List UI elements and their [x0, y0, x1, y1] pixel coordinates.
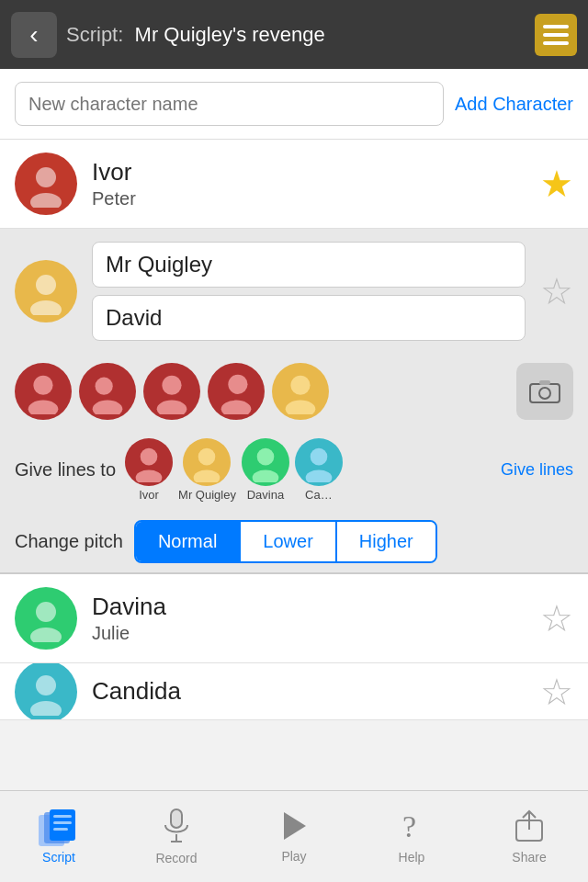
svg-rect-16 — [539, 380, 550, 385]
camera-button[interactable] — [516, 363, 573, 420]
avatar-ivor[interactable] — [15, 153, 77, 215]
tab-share[interactable]: Share — [470, 791, 588, 882]
svg-point-20 — [194, 469, 220, 482]
play-svg — [280, 810, 308, 842]
expanded-inputs — [92, 242, 526, 341]
tab-record[interactable]: Record — [118, 791, 235, 882]
help-svg: ? — [398, 809, 425, 842]
give-lines-avatars: Ivor Mr Quigley — [125, 438, 343, 502]
avatar-silhouette — [22, 160, 70, 208]
svg-point-6 — [96, 378, 113, 395]
tab-script[interactable]: Script — [0, 791, 118, 882]
char-name-input-mrquigley[interactable] — [92, 242, 526, 288]
character-row-mrquigley: ☆ — [0, 229, 588, 574]
tab-record-label: Record — [155, 851, 197, 865]
gl-label-ivor: Ivor — [139, 488, 159, 502]
avatar-candida[interactable] — [15, 663, 77, 720]
svg-point-5 — [28, 401, 59, 414]
add-character-button[interactable]: Add Character — [455, 94, 573, 115]
play-icon — [280, 810, 308, 845]
avatar-picker — [0, 354, 588, 429]
svg-point-10 — [228, 375, 247, 394]
microphone-svg — [163, 808, 190, 843]
avatar-option-3[interactable] — [143, 363, 200, 420]
gl-silhouette-candida — [299, 442, 339, 482]
avatar-option-5[interactable] — [272, 363, 329, 420]
back-button[interactable]: ‹ — [11, 12, 57, 58]
give-lines-avatar-mrquigley[interactable]: Mr Quigley — [178, 438, 236, 502]
gl-silhouette-davina — [245, 442, 286, 482]
char-info-davina: Davina Julie — [92, 593, 526, 644]
avatar-silhouette-mq — [22, 267, 70, 315]
tab-play[interactable]: Play — [235, 791, 353, 882]
give-lines-row: Give lines to Ivor — [0, 429, 588, 511]
avatar-option-4[interactable] — [208, 363, 265, 420]
gl-label-mrquigley: Mr Quigley — [178, 488, 236, 502]
tab-help[interactable]: ? Help — [353, 791, 470, 882]
gl-circle-ivor — [125, 438, 173, 486]
svg-point-11 — [221, 401, 252, 414]
svg-point-17 — [141, 448, 158, 466]
menu-line-1 — [543, 25, 569, 28]
pitch-normal-button[interactable]: Normal — [136, 522, 241, 561]
character-row-davina: Davina Julie ☆ — [0, 574, 588, 663]
star-ivor[interactable]: ★ — [540, 163, 573, 205]
char-name-davina: Davina — [92, 593, 526, 621]
share-svg — [514, 809, 544, 842]
char-info-candida: Candida — [92, 677, 526, 706]
mic-icon — [163, 808, 190, 847]
char-name-ivor: Ivor — [92, 158, 526, 187]
gl-circle-davina — [242, 438, 289, 486]
tab-bar: Script Record Play ? Help — [0, 790, 588, 882]
avatar-davina[interactable] — [15, 587, 77, 650]
menu-line-3 — [543, 41, 569, 45]
avatar-option-silhouette-4 — [213, 368, 259, 414]
svg-point-25 — [36, 602, 56, 622]
gl-circle-mrquigley — [183, 438, 231, 486]
script-icon — [39, 809, 79, 846]
script-prefix: Script: — [66, 23, 123, 46]
avatar-silhouette-davina — [22, 594, 70, 642]
avatar-option-silhouette-3 — [149, 368, 195, 414]
give-lines-button[interactable]: Give lines — [501, 460, 573, 480]
tab-script-label: Script — [42, 850, 75, 865]
svg-point-2 — [36, 275, 56, 295]
avatar-option-1[interactable] — [15, 363, 72, 420]
character-row-candida: Candida ☆ — [0, 663, 588, 720]
svg-point-28 — [30, 701, 62, 716]
avatar-option-2[interactable] — [79, 363, 136, 420]
share-icon — [514, 809, 544, 846]
tab-play-label: Play — [281, 849, 306, 864]
svg-marker-32 — [284, 812, 306, 840]
svg-rect-29 — [171, 809, 182, 828]
svg-point-0 — [36, 167, 56, 187]
svg-point-18 — [136, 469, 163, 482]
pitch-lower-button[interactable]: Lower — [241, 522, 336, 561]
give-lines-avatar-davina[interactable]: Davina — [242, 438, 289, 502]
menu-button[interactable] — [535, 14, 577, 56]
char-actor-input-mrquigley[interactable] — [92, 295, 526, 341]
tab-help-label: Help — [399, 850, 425, 865]
script-line-3 — [53, 828, 68, 831]
menu-line-2 — [543, 33, 569, 37]
avatar-option-silhouette-2 — [85, 368, 130, 414]
gl-silhouette-ivor — [129, 442, 169, 482]
search-input[interactable] — [15, 82, 444, 126]
pitch-higher-button[interactable]: Higher — [337, 522, 435, 561]
star-davina[interactable]: ☆ — [540, 597, 573, 639]
search-bar: Add Character — [0, 69, 588, 140]
avatar-silhouette-candida — [22, 668, 70, 716]
tab-share-label: Share — [512, 850, 546, 865]
svg-text:?: ? — [402, 809, 416, 842]
star-candida[interactable]: ☆ — [540, 671, 573, 713]
avatar-option-silhouette-1 — [20, 368, 66, 414]
script-page-3 — [50, 809, 75, 841]
char-info-ivor: Ivor Peter — [92, 158, 526, 209]
give-lines-avatar-ivor[interactable]: Ivor — [125, 438, 173, 502]
give-lines-avatar-candida[interactable]: Ca… — [295, 438, 343, 502]
svg-point-3 — [30, 300, 62, 315]
svg-point-15 — [539, 388, 550, 399]
star-mrquigley[interactable]: ☆ — [540, 270, 573, 312]
svg-point-19 — [198, 448, 216, 466]
avatar-mrquigley[interactable] — [15, 260, 77, 322]
